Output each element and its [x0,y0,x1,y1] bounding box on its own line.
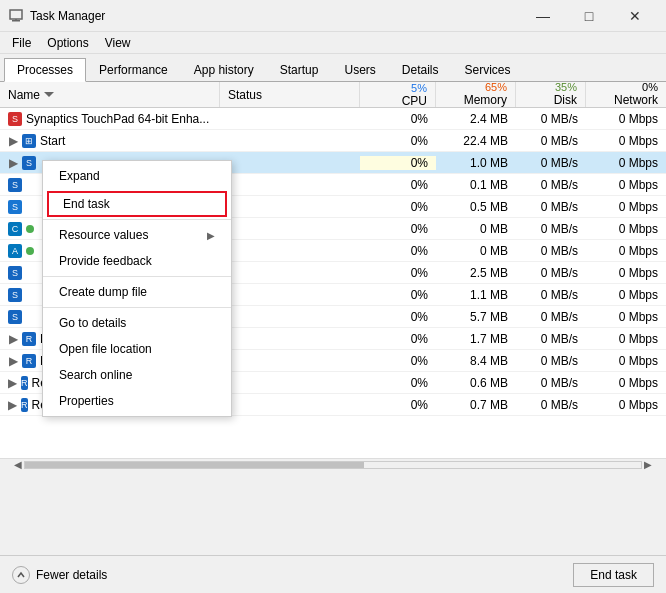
tab-bar: Processes Performance App history Startu… [0,54,666,82]
process-disk: 0 MB/s [516,244,586,258]
status-bar: Fewer details End task [0,555,666,593]
minimize-button[interactable]: — [520,0,566,32]
ctx-separator [43,219,231,220]
process-network: 0 Mbps [586,288,666,302]
process-memory: 0 MB [436,222,516,236]
svg-rect-0 [10,10,22,19]
sort-arrow-icon [44,92,54,97]
process-disk: 0 MB/s [516,310,586,324]
chevron-up-icon [12,566,30,584]
process-network: 0 Mbps [586,376,666,390]
col-header-cpu[interactable]: 5% CPU [360,82,436,107]
process-cpu: 0% [360,112,436,126]
process-icon: S [8,266,22,280]
horizontal-scrollbar[interactable]: ◀ ▶ [0,458,666,470]
tab-processes[interactable]: Processes [4,58,86,82]
process-name: S Synaptics TouchPad 64-bit Enha... [0,112,220,126]
process-cpu: 0% [360,156,436,170]
process-icon: S [8,288,22,302]
tab-details[interactable]: Details [389,57,452,81]
process-disk: 0 MB/s [516,376,586,390]
maximize-button[interactable]: □ [566,0,612,32]
scroll-left-btn[interactable]: ◀ [12,459,24,470]
tab-startup[interactable]: Startup [267,57,332,81]
process-icon: R [21,398,28,412]
table-row[interactable]: ▶ ⊞ Start 0% 22.4 MB 0 MB/s 0 Mbps [0,130,666,152]
expand-icon: ▶ [8,158,18,168]
process-name: ▶ ⊞ Start [0,134,220,148]
process-cpu: 0% [360,354,436,368]
process-cpu: 0% [360,266,436,280]
process-memory: 1.7 MB [436,332,516,346]
ctx-separator [43,276,231,277]
process-cpu: 0% [360,310,436,324]
expand-icon: ▶ [8,400,17,410]
expand-icon: ▶ [8,334,18,344]
process-icon: S [8,178,22,192]
tab-users[interactable]: Users [331,57,388,81]
process-memory: 0.5 MB [436,200,516,214]
expand-icon: ▶ [8,356,18,366]
process-icon: S [22,156,36,170]
menu-view[interactable]: View [97,34,139,52]
column-headers: Name Status 5% CPU 65% Memory 35% Disk 0… [0,82,666,108]
process-network: 0 Mbps [586,266,666,280]
app-icon [8,8,24,24]
ctx-end-task[interactable]: End task [47,191,227,217]
ctx-go-to-details[interactable]: Go to details [43,310,231,336]
process-network: 0 Mbps [586,178,666,192]
process-icon: R [21,376,28,390]
menu-options[interactable]: Options [39,34,96,52]
ctx-expand[interactable]: Expand [43,163,231,189]
col-header-network[interactable]: 0% Network [586,82,666,107]
process-disk: 0 MB/s [516,156,586,170]
process-network: 0 Mbps [586,310,666,324]
process-network: 0 Mbps [586,134,666,148]
process-cpu: 0% [360,288,436,302]
ctx-search-online[interactable]: Search online [43,362,231,388]
ctx-create-dump[interactable]: Create dump file [43,279,231,305]
process-network: 0 Mbps [586,354,666,368]
process-network: 0 Mbps [586,332,666,346]
process-disk: 0 MB/s [516,200,586,214]
process-cpu: 0% [360,222,436,236]
tab-services[interactable]: Services [452,57,524,81]
process-memory: 0.6 MB [436,376,516,390]
ctx-properties[interactable]: Properties [43,388,231,414]
svg-rect-1 [12,20,20,22]
process-disk: 0 MB/s [516,398,586,412]
tab-app-history[interactable]: App history [181,57,267,81]
col-header-memory[interactable]: 65% Memory [436,82,516,107]
process-memory: 0 MB [436,244,516,258]
ctx-resource-values[interactable]: Resource values ▶ [43,222,231,248]
process-icon: R [22,354,36,368]
process-cpu: 0% [360,332,436,346]
scroll-thumb[interactable] [25,462,364,468]
col-header-status[interactable]: Status [220,82,360,107]
process-memory: 2.5 MB [436,266,516,280]
scroll-right-btn[interactable]: ▶ [642,459,654,470]
green-indicator [26,244,34,258]
process-icon: S [8,200,22,214]
col-header-disk[interactable]: 35% Disk [516,82,586,107]
scroll-track[interactable] [24,461,642,469]
menu-file[interactable]: File [4,34,39,52]
close-button[interactable]: ✕ [612,0,658,32]
process-icon: R [22,332,36,346]
process-cpu: 0% [360,398,436,412]
tab-performance[interactable]: Performance [86,57,181,81]
table-row[interactable]: S Synaptics TouchPad 64-bit Enha... 0% 2… [0,108,666,130]
col-header-name[interactable]: Name [0,82,220,107]
process-disk: 0 MB/s [516,354,586,368]
menu-bar: File Options View [0,32,666,54]
fewer-details-button[interactable]: Fewer details [12,566,107,584]
ctx-open-file-location[interactable]: Open file location [43,336,231,362]
process-cpu: 0% [360,200,436,214]
end-task-button[interactable]: End task [573,563,654,587]
process-disk: 0 MB/s [516,112,586,126]
ctx-provide-feedback[interactable]: Provide feedback [43,248,231,274]
process-network: 0 Mbps [586,398,666,412]
process-icon: S [8,310,22,324]
process-network: 0 Mbps [586,112,666,126]
process-icon: C [8,222,22,236]
